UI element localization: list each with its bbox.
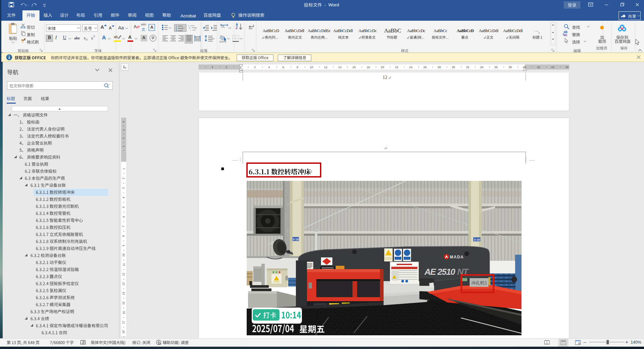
svg-text:1: 1 xyxy=(122,168,126,169)
svg-text:3: 3 xyxy=(122,187,126,189)
svg-text:10: 10 xyxy=(122,253,126,257)
svg-text:2: 2 xyxy=(122,137,126,139)
svg-text:3-16: 3-16 xyxy=(474,238,480,241)
svg-text:8: 8 xyxy=(122,235,126,237)
svg-text:7: 7 xyxy=(122,226,126,227)
svg-text:a: a xyxy=(189,27,190,29)
svg-text:18: 18 xyxy=(122,330,126,334)
svg-text:2: 2 xyxy=(122,178,126,179)
svg-text:MADA: MADA xyxy=(450,255,464,259)
svg-text:i: i xyxy=(190,29,190,31)
svg-text:4: 4 xyxy=(122,121,126,123)
svg-text:15: 15 xyxy=(122,302,126,305)
svg-text:13: 13 xyxy=(122,282,126,285)
svg-text:17: 17 xyxy=(122,321,126,324)
svg-text:12: 12 xyxy=(122,273,126,276)
svg-text:3-15: 3-15 xyxy=(293,238,299,241)
svg-text:1: 1 xyxy=(122,145,126,147)
svg-text:6: 6 xyxy=(122,216,126,218)
svg-text:4: 4 xyxy=(122,197,126,198)
svg-text:3: 3 xyxy=(122,129,126,131)
svg-text:5: 5 xyxy=(122,206,126,208)
svg-text:11: 11 xyxy=(122,263,126,266)
svg-text:3: 3 xyxy=(176,29,177,31)
svg-text:14: 14 xyxy=(122,292,126,295)
svg-text:1: 1 xyxy=(176,25,177,27)
svg-text:16: 16 xyxy=(122,311,126,315)
svg-text:AE 2510: AE 2510 xyxy=(424,267,456,277)
svg-text:9: 9 xyxy=(122,245,126,246)
